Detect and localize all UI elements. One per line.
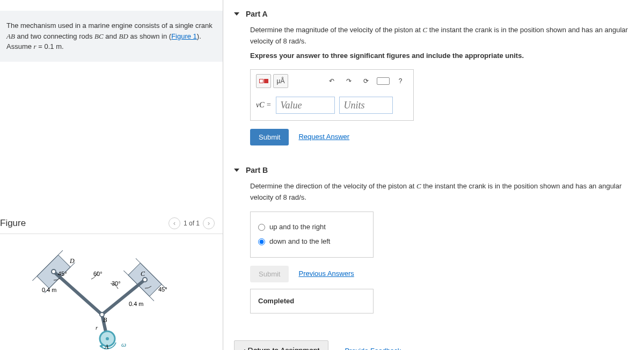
label-A: A — [104, 343, 109, 351]
text: Determine the magnitude of the velocity … — [250, 26, 423, 34]
value: 8 rad/s — [283, 37, 304, 45]
text: as shown in ( — [128, 32, 171, 40]
figure-diagram: D C B A ω 45° 60° 30° 45° 0.4 m 0.4 m r — [0, 234, 223, 351]
svg-point-12 — [143, 278, 147, 282]
text: and two connecting rods — [15, 32, 94, 40]
caret-down-icon — [234, 12, 239, 16]
request-answer-link[interactable]: Request Answer — [298, 132, 349, 143]
text: . — [304, 37, 306, 45]
part-a-title: Part A — [246, 10, 268, 18]
label-omega: ω — [121, 340, 126, 348]
option-label: down and to the left — [269, 236, 330, 247]
unit: m — [56, 42, 62, 50]
part-b-instruction: Determine the direction of the velocity … — [250, 181, 633, 203]
provide-feedback-link[interactable]: Provide Feedback — [345, 347, 401, 350]
svg-point-10 — [106, 337, 109, 340]
label-C: C — [141, 270, 145, 278]
label-D: D — [69, 257, 75, 265]
svg-point-11 — [52, 269, 56, 274]
option-down-left[interactable]: down and to the left — [258, 236, 365, 247]
option-label: up and to the right — [269, 222, 326, 233]
radio-input[interactable] — [258, 238, 265, 245]
part-a-instruction: Determine the magnitude of the velocity … — [250, 25, 633, 47]
submit-button[interactable]: Submit — [250, 129, 289, 145]
figure-title: Figure — [0, 218, 26, 229]
templates-button[interactable] — [256, 74, 271, 88]
reset-button[interactable]: ⟳ — [358, 74, 374, 88]
undo-button[interactable]: ↶ — [324, 74, 339, 88]
angle-60: 60° — [93, 271, 103, 277]
completed-box: Completed — [250, 289, 374, 314]
angle-45-left: 45° — [58, 271, 67, 277]
svg-line-6 — [54, 272, 102, 315]
value: 8 rad/s — [283, 193, 304, 201]
length-right: 0.4 m — [129, 301, 144, 307]
symbols-button[interactable]: μÅ — [273, 74, 288, 88]
text: The mechanism used in a marine engine co… — [6, 21, 213, 30]
figure-pager: ‹ 1 of 1 › — [169, 217, 215, 229]
keyboard-icon — [377, 77, 390, 85]
submit-button-disabled: Submit — [250, 266, 289, 282]
length-r: r — [96, 324, 98, 331]
text: Determine the direction of the velocity … — [250, 182, 416, 190]
pager-label: 1 of 1 — [184, 220, 200, 227]
svg-line-7 — [102, 280, 145, 315]
var-c: C — [416, 182, 421, 190]
caret-down-icon — [234, 169, 239, 172]
vc-label: vC = — [256, 99, 272, 111]
return-to-assignment-button[interactable]: ‹ Return to Assignment — [234, 340, 328, 350]
answer-box: μÅ ↶ ↷ ⟳ ? vC = — [250, 69, 414, 121]
angle-45-right: 45° — [158, 286, 167, 293]
text: and — [104, 32, 119, 40]
length-left: 0.4 m — [42, 287, 57, 293]
redo-button[interactable]: ↷ — [341, 74, 356, 88]
radio-input[interactable] — [258, 224, 265, 231]
option-up-right[interactable]: up and to the right — [258, 222, 365, 233]
units-input[interactable] — [339, 97, 393, 114]
var-bd: BD — [119, 32, 128, 40]
value-input[interactable] — [276, 97, 335, 114]
problem-statement: The mechanism used in a marine engine co… — [0, 11, 223, 62]
angle-30: 30° — [112, 280, 121, 287]
label-B: B — [103, 316, 107, 324]
var-c: C — [423, 26, 428, 34]
part-a-header[interactable]: Part A — [234, 0, 633, 25]
previous-answers-link[interactable]: Previous Answers — [298, 268, 354, 280]
var-bc: BC — [94, 32, 104, 40]
var-ab: AB — [6, 32, 15, 40]
text: . — [304, 193, 306, 201]
text: . — [62, 42, 64, 50]
part-a-format-instruction: Express your answer to three significant… — [250, 50, 633, 62]
part-b-header[interactable]: Part B — [234, 156, 633, 181]
prev-figure-button[interactable]: ‹ — [169, 217, 180, 229]
return-label: Return to Assignment — [248, 346, 320, 350]
help-button[interactable]: ? — [393, 74, 408, 88]
keyboard-button[interactable] — [376, 74, 391, 88]
next-figure-button[interactable]: › — [203, 217, 215, 229]
figure-link[interactable]: Figure 1 — [171, 32, 197, 40]
part-b-title: Part B — [246, 166, 268, 174]
text: = 0.1 — [36, 42, 56, 50]
radio-options: up and to the right down and to the left — [250, 212, 374, 258]
